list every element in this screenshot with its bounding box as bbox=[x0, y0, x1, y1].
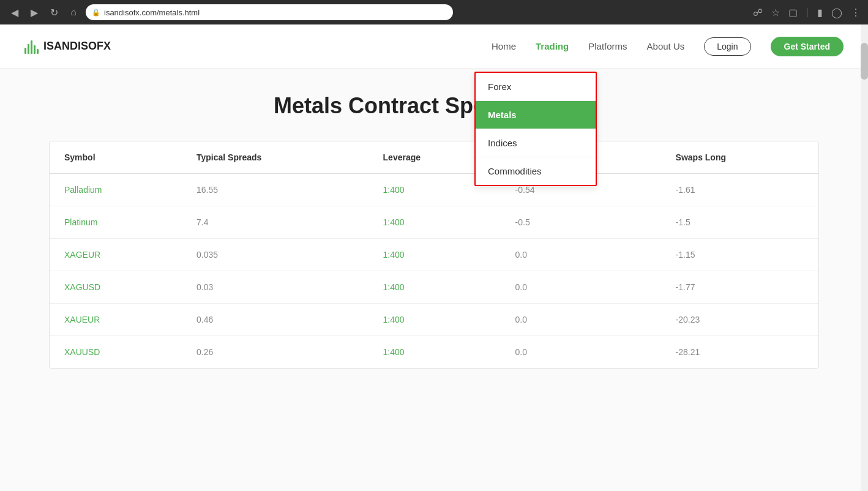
cell-swaps-long: -28.21 bbox=[661, 336, 818, 369]
cell-symbol: Palladium bbox=[50, 174, 182, 206]
table-row: XAUUSD0.261:4000.0-28.21 bbox=[50, 336, 818, 369]
cell-leverage: 1:400 bbox=[369, 304, 501, 336]
table-row: XAUEUR0.461:4000.0-20.23 bbox=[50, 304, 818, 336]
extensions-icon[interactable]: ▢ bbox=[788, 7, 798, 18]
dropdown-metals[interactable]: Metals bbox=[476, 101, 596, 129]
login-button[interactable]: Login bbox=[704, 37, 750, 56]
home-button[interactable]: ⌂ bbox=[66, 7, 81, 18]
browser-toolbar-icons: ☍ ☆ ▢ | ▮ ◯ ⋮ bbox=[753, 7, 861, 18]
cell-spreads: 0.035 bbox=[182, 239, 369, 271]
logo[interactable]: ISANDISOFX bbox=[24, 39, 111, 54]
logo-bar-2 bbox=[28, 44, 29, 54]
cell-spreads: 0.46 bbox=[182, 304, 369, 336]
address-bar[interactable]: 🔒 isandisofx.com/metals.html bbox=[86, 4, 453, 20]
browser-chrome: ◀ ▶ ↻ ⌂ 🔒 isandisofx.com/metals.html ☍ ☆… bbox=[0, 0, 868, 24]
scrollbar-thumb[interactable] bbox=[861, 43, 868, 80]
get-started-button[interactable]: Get Started bbox=[771, 37, 844, 56]
cell-swaps-long: -1.5 bbox=[661, 206, 818, 239]
logo-bar-5 bbox=[37, 49, 39, 54]
nav-home[interactable]: Home bbox=[492, 41, 516, 51]
dropdown-indices[interactable]: Indices bbox=[476, 129, 596, 157]
cell-symbol: XAUUSD bbox=[50, 336, 182, 369]
lock-icon: 🔒 bbox=[92, 9, 100, 17]
nav-trading-wrapper: Trading Forex Metals Indices Commodities bbox=[536, 41, 569, 52]
cell-spreads: 7.4 bbox=[182, 206, 369, 239]
divider: | bbox=[806, 7, 809, 18]
cell-swaps-short: 0.0 bbox=[501, 271, 661, 304]
trading-dropdown: Forex Metals Indices Commodities bbox=[474, 72, 597, 186]
cell-leverage: 1:400 bbox=[369, 271, 501, 304]
profile-icon[interactable]: ◯ bbox=[831, 7, 842, 18]
cell-swaps-short: 0.0 bbox=[501, 239, 661, 271]
cell-swaps-long: -1.77 bbox=[661, 271, 818, 304]
logo-text: ISANDISOFX bbox=[43, 40, 111, 53]
nav-about-us[interactable]: About Us bbox=[647, 41, 685, 51]
cell-swaps-short: -0.5 bbox=[501, 206, 661, 239]
back-button[interactable]: ◀ bbox=[7, 7, 22, 18]
dropdown-forex[interactable]: Forex bbox=[476, 73, 596, 101]
cell-swaps-short: 0.0 bbox=[501, 304, 661, 336]
col-symbol: Symbol bbox=[50, 141, 182, 174]
cell-leverage: 1:400 bbox=[369, 239, 501, 271]
cell-leverage: 1:400 bbox=[369, 336, 501, 369]
col-swaps-long: Swaps Long bbox=[661, 141, 818, 174]
dropdown-commodities[interactable]: Commodities bbox=[476, 157, 596, 185]
url-text: isandisofx.com/metals.html bbox=[104, 8, 200, 17]
table-row: XAGEUR0.0351:4000.0-1.15 bbox=[50, 239, 818, 271]
site-header: ISANDISOFX Home Trading Forex Metals Ind… bbox=[0, 24, 868, 69]
cell-symbol: Platinum bbox=[50, 206, 182, 239]
star-icon[interactable]: ☆ bbox=[771, 7, 780, 18]
forward-button[interactable]: ▶ bbox=[27, 7, 42, 18]
logo-icon bbox=[24, 39, 39, 54]
menu-icon[interactable]: ⋮ bbox=[851, 7, 861, 18]
nav-trading[interactable]: Trading bbox=[536, 41, 569, 51]
table-header-row: Symbol Typical Spreads Leverage Swaps Sh… bbox=[50, 141, 818, 174]
cell-swaps-long: -1.15 bbox=[661, 239, 818, 271]
page-content: Metals Contract Specifications Symbol Ty… bbox=[0, 69, 868, 491]
table-row: Platinum7.41:400-0.5-1.5 bbox=[50, 206, 818, 239]
page-title: Metals Contract Specifications bbox=[49, 93, 819, 119]
cell-leverage: 1:400 bbox=[369, 206, 501, 239]
cell-swaps-long: -20.23 bbox=[661, 304, 818, 336]
cell-spreads: 16.55 bbox=[182, 174, 369, 206]
nav-platforms[interactable]: Platforms bbox=[588, 41, 627, 51]
tablet-icon[interactable]: ▮ bbox=[817, 7, 823, 18]
cell-symbol: XAUEUR bbox=[50, 304, 182, 336]
cast-icon[interactable]: ☍ bbox=[753, 7, 763, 18]
cell-symbol: XAGEUR bbox=[50, 239, 182, 271]
cell-symbol: XAGUSD bbox=[50, 271, 182, 304]
refresh-button[interactable]: ↻ bbox=[47, 7, 61, 18]
data-table-wrapper: Symbol Typical Spreads Leverage Swaps Sh… bbox=[49, 141, 819, 369]
cell-spreads: 0.03 bbox=[182, 271, 369, 304]
cell-spreads: 0.26 bbox=[182, 336, 369, 369]
logo-bar-4 bbox=[34, 45, 36, 54]
table-row: XAGUSD0.031:4000.0-1.77 bbox=[50, 271, 818, 304]
scrollbar-track[interactable] bbox=[861, 24, 868, 491]
metals-table: Symbol Typical Spreads Leverage Swaps Sh… bbox=[50, 141, 818, 368]
cell-swaps-short: 0.0 bbox=[501, 336, 661, 369]
table-row: Palladium16.551:400-0.54-1.61 bbox=[50, 174, 818, 206]
cell-swaps-long: -1.61 bbox=[661, 174, 818, 206]
main-nav: Home Trading Forex Metals Indices Commod… bbox=[492, 37, 844, 56]
col-typical-spreads: Typical Spreads bbox=[182, 141, 369, 174]
logo-bar-1 bbox=[24, 48, 26, 54]
logo-bar-3 bbox=[31, 40, 32, 54]
